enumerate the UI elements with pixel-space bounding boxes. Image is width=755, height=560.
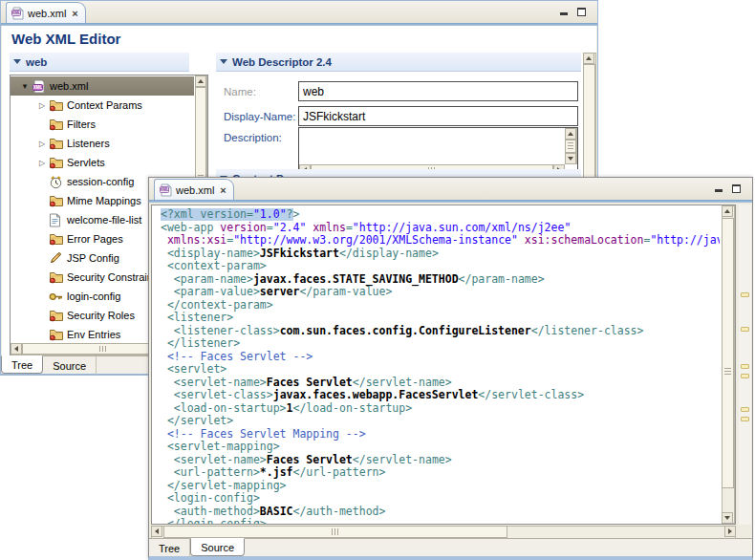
scroll-left-button[interactable]	[151, 526, 162, 537]
scroll-up-button[interactable]	[583, 53, 594, 64]
scroll-up-button[interactable]	[722, 205, 733, 217]
folder-icon	[49, 118, 65, 131]
scroll-up-button[interactable]	[565, 128, 576, 140]
occurrence-marker	[741, 417, 749, 421]
code-line[interactable]: <!-- Faces Servlet Mapping -->	[161, 428, 720, 442]
tab-underline	[149, 200, 752, 203]
code-line[interactable]: </login-config>	[161, 518, 720, 524]
expander-icon[interactable]: ▼	[18, 82, 32, 91]
descriptor-section-title: Web Descriptor 2.4	[232, 56, 332, 68]
description-textarea[interactable]	[299, 128, 565, 164]
code-line[interactable]: </servlet>	[161, 415, 720, 428]
key-icon	[49, 291, 65, 303]
code-line[interactable]: <url-pattern>*.jsf</url-pattern>	[161, 466, 720, 480]
code-line[interactable]: </servlet-mapping>	[161, 480, 720, 493]
code-line[interactable]: <servlet-name>Faces Servlet</servlet-nam…	[161, 454, 720, 467]
arrow-down-icon	[568, 157, 573, 161]
code-line[interactable]: <context-param>	[161, 260, 720, 273]
tab-source[interactable]: Source	[190, 538, 245, 556]
code-line[interactable]: <servlet-mapping>	[161, 441, 720, 454]
code-area[interactable]: <?xml version="1.0"?><web-app version="2…	[161, 208, 720, 524]
folder-icon	[49, 328, 65, 341]
tree-section-header[interactable]: web	[10, 53, 189, 72]
description-vertical-scrollbar[interactable]	[565, 128, 577, 164]
editor-horizontal-scrollbar[interactable]	[151, 526, 736, 539]
maximize-button[interactable]	[730, 182, 743, 193]
expander-icon[interactable]: ▷	[35, 140, 49, 148]
scroll-thumb[interactable]	[163, 526, 507, 538]
fg-editor-tab-title: web.xml	[176, 184, 214, 196]
folder-icon	[49, 194, 65, 207]
folder-icon	[49, 156, 65, 169]
code-line[interactable]: <servlet>	[161, 363, 720, 377]
code-line[interactable]: xmlns:xsi="http://www.w3.org/2001/XMLSch…	[161, 234, 720, 248]
maximize-button[interactable]	[575, 5, 588, 16]
scroll-down-button[interactable]	[722, 512, 733, 524]
section-twistie-icon[interactable]	[220, 59, 227, 64]
scroll-left-button[interactable]	[11, 343, 22, 355]
bg-editor-tab-title: web.xml	[28, 8, 66, 19]
scroll-thumb[interactable]	[722, 218, 734, 488]
code-line[interactable]: <web-app version="2.4" xmlns="http://jav…	[161, 222, 720, 235]
code-line[interactable]: <servlet-class>javax.faces.webapp.FacesS…	[161, 389, 720, 402]
tab-tree[interactable]: Tree	[1, 355, 43, 374]
scroll-thumb[interactable]	[565, 140, 576, 153]
folder-icon	[49, 309, 65, 322]
tree-item-label: Listeners	[65, 138, 110, 149]
thumb-grip	[332, 528, 339, 535]
arrow-up-icon	[198, 79, 204, 83]
source-editor[interactable]: <?xml version="1.0"?><web-app version="2…	[151, 205, 736, 525]
editor-vertical-scrollbar[interactable]	[722, 205, 735, 524]
tree-item-label: session-config	[65, 176, 134, 187]
code-line[interactable]: <listener-class>com.sun.faces.config.Con…	[161, 325, 720, 338]
scroll-down-button[interactable]	[565, 153, 576, 164]
code-line[interactable]: </context-param>	[161, 299, 720, 312]
tab-tree[interactable]: Tree	[149, 539, 190, 557]
code-line[interactable]: <!-- Faces Servlet -->	[161, 351, 720, 364]
maximize-icon	[577, 8, 586, 16]
code-line[interactable]: <param-name>javax.faces.STATE_SAVING_MET…	[161, 273, 720, 287]
source-editor-window: XML web.xml × <?xml version="1.0"?><web-…	[148, 177, 753, 560]
section-twistie-icon[interactable]	[13, 59, 21, 64]
descriptor-section-header[interactable]: Web Descriptor 2.4	[216, 53, 581, 72]
code-line[interactable]: <display-name>JSFkickstart</display-name…	[161, 248, 720, 261]
tree-item-label: JSP Config	[65, 252, 119, 264]
scroll-up-button[interactable]	[195, 75, 206, 87]
description-label: Description:	[224, 132, 282, 143]
scroll-right-button[interactable]	[724, 526, 736, 537]
thumb-grip	[99, 346, 107, 352]
bg-editor-tab-webxml[interactable]: XML web.xml ×	[6, 2, 86, 23]
close-icon[interactable]: ×	[72, 8, 77, 19]
tree-item-listeners[interactable]: ▷Listeners	[11, 134, 194, 153]
code-line[interactable]: <auth-method>BASIC</auth-method>	[161, 506, 720, 519]
arrow-right-icon	[728, 528, 732, 534]
arrow-down-icon	[724, 516, 730, 520]
close-icon[interactable]: ×	[220, 184, 226, 196]
tree-item-context-params[interactable]: ▷Context Params	[11, 96, 194, 115]
code-line[interactable]: <?xml version="1.0"?>	[161, 208, 720, 222]
code-line[interactable]: <param-value>server</param-value>	[161, 286, 720, 299]
expander-icon[interactable]: ▷	[35, 159, 49, 167]
minimize-button[interactable]	[712, 182, 724, 193]
page-icon	[49, 213, 65, 227]
name-input[interactable]	[298, 81, 578, 101]
code-line[interactable]: </listener>	[161, 337, 720, 351]
display-name-input[interactable]	[298, 106, 578, 126]
tab-source[interactable]: Source	[43, 356, 97, 375]
expander-icon[interactable]: ▷	[35, 101, 49, 110]
arrow-up-icon	[568, 132, 573, 136]
fg-editor-tab-webxml[interactable]: XML web.xml ×	[154, 179, 234, 200]
occurrence-marker	[741, 364, 749, 369]
arrow-up-icon	[586, 56, 592, 60]
tree-item-filters[interactable]: Filters	[11, 115, 194, 134]
svg-text:XML: XML	[160, 187, 169, 192]
tree-item-web-xml[interactable]: ▼XMLweb.xml	[11, 76, 194, 96]
tree-item-label: Context Params	[65, 99, 142, 111]
pencil-icon	[49, 251, 65, 265]
code-line[interactable]: <servlet-name>Faces Servlet</servlet-nam…	[161, 377, 720, 390]
tree-item-servlets[interactable]: ▷Servlets	[11, 153, 194, 172]
code-line[interactable]: <listener>	[161, 312, 720, 325]
minimize-button[interactable]	[557, 5, 570, 16]
code-line[interactable]: <load-on-startup>1</load-on-startup>	[161, 402, 720, 416]
code-line[interactable]: <login-config>	[161, 492, 720, 506]
